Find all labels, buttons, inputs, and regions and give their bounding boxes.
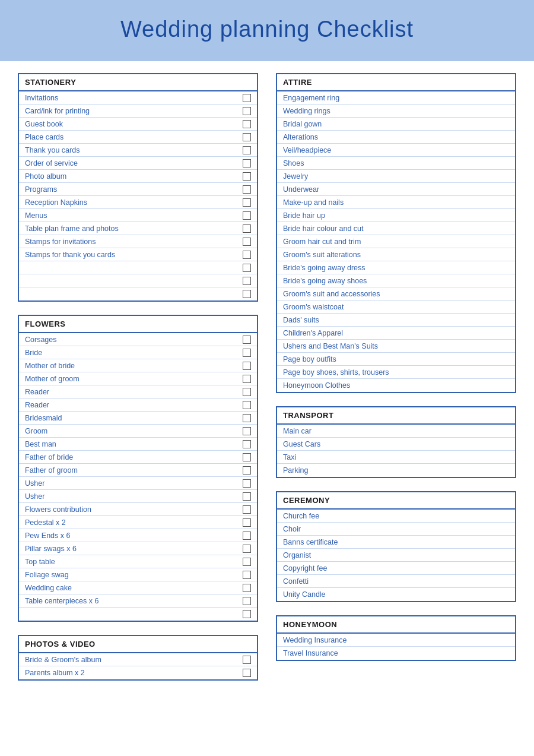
- checkbox[interactable]: [243, 277, 251, 285]
- checkbox[interactable]: [243, 597, 251, 605]
- checklist-row: Bride hair up: [277, 209, 515, 222]
- checkbox[interactable]: [243, 198, 251, 207]
- checkbox[interactable]: [243, 427, 251, 435]
- checklist-row: Confetti: [277, 575, 515, 588]
- checklist-row: Organist: [277, 549, 515, 562]
- checkbox[interactable]: [243, 669, 251, 677]
- checkbox[interactable]: [243, 453, 251, 461]
- checkbox[interactable]: [243, 388, 251, 396]
- checkbox[interactable]: [243, 656, 251, 664]
- item-label: Reader: [25, 401, 238, 409]
- checklist-row: Bridal gown: [277, 118, 515, 131]
- item-label: Top table: [25, 558, 238, 566]
- checklist-row: Father of groom: [19, 464, 257, 477]
- checkbox[interactable]: [243, 251, 251, 259]
- checkbox[interactable]: [243, 133, 251, 141]
- item-label: Bride hair colour and cut: [283, 224, 509, 233]
- checkbox[interactable]: [243, 159, 251, 167]
- checkbox[interactable]: [243, 120, 251, 128]
- section-flowers: FLOWERSCorsagesBrideMother of brideMothe…: [18, 315, 258, 622]
- checklist-row: Usher: [19, 477, 257, 490]
- item-label: Invitations: [25, 94, 238, 102]
- checkbox[interactable]: [243, 290, 251, 298]
- checklist-row: Bride & Groom's album: [19, 653, 257, 666]
- checklist-row: Guest Cars: [277, 438, 515, 451]
- checklist-row: Mother of bride: [19, 359, 257, 372]
- checkbox[interactable]: [243, 518, 251, 527]
- item-label: Corsages: [25, 336, 238, 344]
- checkbox[interactable]: [243, 211, 251, 220]
- checklist-row: Groom's waistcoat: [277, 300, 515, 314]
- checkbox[interactable]: [243, 362, 251, 370]
- checkbox[interactable]: [243, 185, 251, 194]
- checkbox[interactable]: [243, 375, 251, 383]
- item-label: Page boy shoes, shirts, trousers: [283, 368, 509, 377]
- checklist-row: Copyright fee: [277, 562, 515, 575]
- checkbox[interactable]: [243, 146, 251, 154]
- item-label: Banns certificate: [283, 538, 509, 546]
- checkbox[interactable]: [243, 224, 251, 233]
- section-title-photos-video: PHOTOS & VIDEO: [19, 636, 257, 653]
- checkbox[interactable]: [243, 492, 251, 501]
- checklist-row: Thank you cards: [19, 144, 257, 157]
- item-label: Pillar swags x 6: [25, 545, 238, 553]
- item-label: Jewelry: [283, 172, 509, 181]
- checklist-row: Unity Candle: [277, 588, 515, 601]
- checkbox[interactable]: [243, 414, 251, 422]
- item-label: Alterations: [283, 133, 509, 141]
- checkbox[interactable]: [243, 238, 251, 246]
- checkbox[interactable]: [243, 479, 251, 488]
- item-label: Bridesmaid: [25, 414, 238, 422]
- checklist-row: Page boy outfits: [277, 353, 515, 366]
- item-label: Shoes: [283, 159, 509, 167]
- section-title-honeymoon: HONEYMOON: [277, 616, 515, 634]
- checkbox[interactable]: [243, 336, 251, 344]
- item-label: Flowers contribution: [25, 505, 238, 514]
- section-title-attire: ATTIRE: [277, 74, 515, 91]
- section-title-ceremony: CEREMONY: [277, 492, 515, 510]
- checklist-row: Foliage swag: [19, 568, 257, 581]
- checkbox[interactable]: [243, 107, 251, 115]
- checkbox[interactable]: [243, 94, 251, 102]
- checklist-row: Choir: [277, 523, 515, 536]
- item-label: Groom: [25, 427, 238, 435]
- checklist-row: Dads' suits: [277, 314, 515, 327]
- checkbox[interactable]: [243, 401, 251, 409]
- item-label: Bride's going away shoes: [283, 277, 509, 285]
- checkbox[interactable]: [243, 172, 251, 181]
- section-attire: ATTIREEngagement ringWedding ringsBridal…: [276, 73, 516, 393]
- checklist-row: Top table: [19, 555, 257, 568]
- item-label: Pedestal x 2: [25, 518, 238, 527]
- item-label: Guest Cars: [283, 440, 509, 448]
- checkbox[interactable]: [243, 558, 251, 566]
- checkbox[interactable]: [243, 532, 251, 540]
- checklist-row: Make-up and nails: [277, 196, 515, 209]
- item-label: Order of service: [25, 159, 238, 167]
- checkbox[interactable]: [243, 264, 251, 272]
- item-label: Groom's suit alterations: [283, 251, 509, 259]
- checkbox[interactable]: [243, 571, 251, 579]
- item-label: Children's Apparel: [283, 329, 509, 337]
- checklist-row: Best man: [19, 438, 257, 451]
- checkbox[interactable]: [243, 466, 251, 475]
- checkbox[interactable]: [243, 584, 251, 592]
- checklist-row: Taxi: [277, 451, 515, 464]
- checkbox[interactable]: [243, 505, 251, 514]
- checklist-row: Corsages: [19, 333, 257, 346]
- checklist-row: Groom: [19, 425, 257, 438]
- item-label: Wedding Insurance: [283, 636, 509, 644]
- item-label: Best man: [25, 440, 238, 448]
- checklist-row: Veil/headpiece: [277, 144, 515, 157]
- checkbox[interactable]: [243, 440, 251, 448]
- checklist-row: Engagement ring: [277, 91, 515, 105]
- checklist-row: Groom's suit alterations: [277, 248, 515, 261]
- checklist-row: Reception Napkins: [19, 196, 257, 209]
- checklist-row: Stamps for invitations: [19, 235, 257, 248]
- checkbox[interactable]: [243, 610, 251, 618]
- section-title-flowers: FLOWERS: [19, 316, 257, 333]
- checklist-row: [19, 274, 257, 287]
- checklist-row: Order of service: [19, 157, 257, 170]
- checkbox[interactable]: [243, 545, 251, 553]
- checklist-row: [19, 261, 257, 274]
- checkbox[interactable]: [243, 349, 251, 357]
